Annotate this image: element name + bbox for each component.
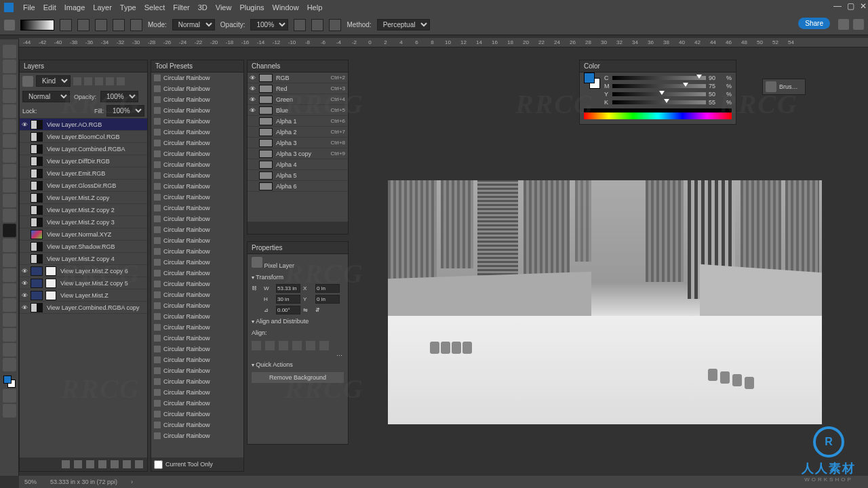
transparency-icon[interactable] <box>329 19 341 31</box>
channel-row[interactable]: Alpha 4 <box>248 159 348 170</box>
remove-background-button[interactable]: Remove Background <box>252 372 344 383</box>
marquee-tool-icon[interactable] <box>3 60 16 73</box>
channel-row[interactable]: Alpha 1Ctrl+6 <box>248 116 348 127</box>
menu-filter[interactable]: Filter <box>173 3 189 12</box>
layer-thumbnail[interactable] <box>31 132 43 142</box>
menu-type[interactable]: Type <box>120 3 136 12</box>
flip-v-icon[interactable]: ⇵ <box>315 307 340 313</box>
visibility-icon[interactable]: 👁 <box>248 107 257 114</box>
x-input[interactable] <box>315 284 340 293</box>
layer-row[interactable]: View Layer.DiffDir.RGB <box>20 155 147 167</box>
preset-row[interactable]: Circular Rainbow <box>151 322 243 333</box>
visibility-icon[interactable]: 👁 <box>20 121 29 128</box>
preset-row[interactable]: Circular Rainbow <box>151 246 243 257</box>
color-spectrum[interactable] <box>584 108 732 119</box>
dodge-tool-icon[interactable] <box>3 253 16 267</box>
preset-row[interactable]: Circular Rainbow <box>151 279 243 289</box>
layer-row[interactable]: View Layer.Shadow.RGB <box>20 241 147 253</box>
lasso-tool-icon[interactable] <box>3 75 16 88</box>
layer-thumbnail[interactable] <box>31 144 43 154</box>
layer-thumbnail[interactable] <box>31 303 43 312</box>
channel-row[interactable]: 👁GreenCtrl+4 <box>248 94 348 105</box>
preset-row[interactable]: Circular Rainbow <box>151 116 243 127</box>
preset-row[interactable]: Circular Rainbow <box>151 148 243 159</box>
stamp-tool-icon[interactable] <box>3 179 16 192</box>
preset-row[interactable]: Circular Rainbow <box>151 311 243 322</box>
more-icon[interactable]: ⋯ <box>248 352 348 359</box>
preset-row[interactable]: Circular Rainbow <box>151 344 243 354</box>
current-tool-checkbox[interactable] <box>154 460 163 469</box>
align-left-icon[interactable] <box>252 341 261 350</box>
bucket-tool-icon[interactable] <box>4 20 15 30</box>
layer-thumbnail[interactable] <box>31 205 43 215</box>
preset-row[interactable]: Circular Rainbow <box>151 214 243 224</box>
path-tool-icon[interactable] <box>3 298 16 312</box>
hand-tool-icon[interactable] <box>3 328 16 342</box>
angle-gradient-icon[interactable] <box>95 19 107 31</box>
maximize-icon[interactable]: ▢ <box>847 1 854 11</box>
visibility-icon[interactable]: 👁 <box>20 280 29 287</box>
channel-row[interactable]: Alpha 3Ctrl+8 <box>248 138 348 148</box>
color-swatches[interactable] <box>3 375 16 388</box>
layer-thumbnail[interactable] <box>31 254 43 264</box>
zoom-tool-icon[interactable] <box>3 343 16 357</box>
align-vcenter-icon[interactable] <box>306 341 315 350</box>
preset-row[interactable]: Circular Rainbow <box>151 203 243 214</box>
layer-thumbnail[interactable] <box>31 169 43 178</box>
method-select[interactable]: Perceptual <box>377 19 430 30</box>
filter-shape-icon[interactable] <box>106 77 114 85</box>
layer-row[interactable]: View Layer.BloomCol.RGB <box>20 131 147 143</box>
reverse-icon[interactable] <box>294 19 306 31</box>
channel-row[interactable]: Alpha 5 <box>248 170 348 181</box>
mode-select[interactable]: Normal <box>172 19 215 30</box>
layer-thumbnail[interactable] <box>31 279 43 288</box>
channel-row[interactable]: 👁RGBCtrl+2 <box>248 73 348 83</box>
quickmask-icon[interactable] <box>3 389 16 403</box>
visibility-icon[interactable]: 👁 <box>248 85 257 92</box>
menu-help[interactable]: Help <box>307 3 323 12</box>
gradient-swatch[interactable] <box>20 20 54 30</box>
preset-row[interactable]: Circular Rainbow <box>151 127 243 138</box>
type-tool-icon[interactable] <box>3 283 16 297</box>
filter-pixel-icon[interactable] <box>73 77 81 85</box>
brush-tool-icon[interactable] <box>3 164 16 178</box>
preset-row[interactable]: Circular Rainbow <box>151 398 243 409</box>
transform-header[interactable]: Transform <box>248 272 348 283</box>
eyedropper-tool-icon[interactable] <box>3 134 16 148</box>
preset-row[interactable]: Circular Rainbow <box>151 105 243 116</box>
layer-thumbnail[interactable] <box>31 193 43 203</box>
opacity-select[interactable]: 100% <box>250 19 288 30</box>
layer-thumbnail[interactable] <box>31 157 43 166</box>
link-icon[interactable] <box>62 460 70 468</box>
history-brush-icon[interactable] <box>3 194 16 207</box>
height-input[interactable] <box>276 295 300 304</box>
link-wh-icon[interactable]: ⛓ <box>252 285 261 291</box>
preset-row[interactable]: Circular Rainbow <box>151 192 243 203</box>
blend-mode-select[interactable]: Normal <box>22 91 70 102</box>
radial-gradient-icon[interactable] <box>77 19 90 31</box>
channel-row[interactable]: 👁BlueCtrl+5 <box>248 105 348 116</box>
k-slider[interactable] <box>612 100 706 104</box>
heal-tool-icon[interactable] <box>3 149 16 163</box>
minimize-icon[interactable]: — <box>833 1 842 11</box>
preset-row[interactable]: Circular Rainbow <box>151 224 243 235</box>
preset-row[interactable]: Circular Rainbow <box>151 159 243 170</box>
menu-file[interactable]: File <box>23 3 35 12</box>
layer-thumbnail[interactable] <box>31 218 43 227</box>
preset-row[interactable]: Circular Rainbow <box>151 354 243 365</box>
workspace-icon[interactable] <box>853 19 864 30</box>
visibility-icon[interactable]: 👁 <box>20 292 29 299</box>
preset-row[interactable]: Circular Rainbow <box>151 376 243 387</box>
menu-3d[interactable]: 3D <box>198 3 208 12</box>
filter-kind-select[interactable]: Kind <box>36 75 71 87</box>
reflected-gradient-icon[interactable] <box>113 19 125 31</box>
layer-row[interactable]: View Layer.GlossDir.RGB <box>20 180 147 192</box>
edit-toolbar-icon[interactable] <box>3 358 16 371</box>
channel-row[interactable]: Alpha 3 copyCtrl+9 <box>248 148 348 159</box>
preset-row[interactable]: Circular Rainbow <box>151 138 243 148</box>
align-top-icon[interactable] <box>292 341 302 350</box>
preset-row[interactable]: Circular Rainbow <box>151 430 243 441</box>
layer-mask-thumbnail[interactable] <box>45 291 56 300</box>
mask-icon[interactable] <box>86 460 94 468</box>
layer-row[interactable]: View Layer.Mist.Z copy <box>20 192 147 204</box>
